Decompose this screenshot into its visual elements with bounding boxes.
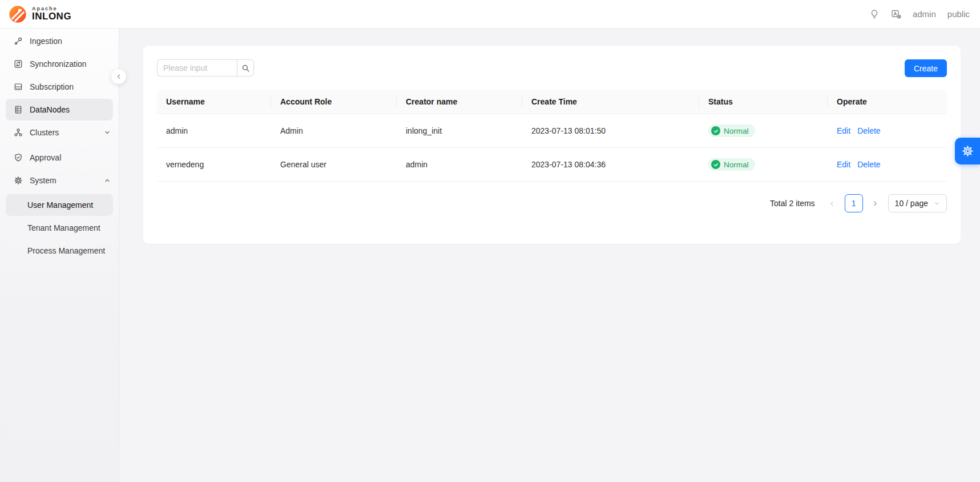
cell-operate: Edit Delete [828,148,947,182]
cell-operate: Edit Delete [828,114,947,148]
check-circle-icon [711,160,720,169]
sidebar-item-datanodes[interactable]: DataNodes [6,99,113,120]
sidebar-item-synchronization[interactable]: Synchronization [0,53,119,75]
inlong-logo[interactable]: Apache INLONG [8,5,71,24]
column-header-creator-name: Creator name [397,90,522,114]
delete-link[interactable]: Delete [857,160,880,169]
sidebar-collapse-button[interactable] [111,69,126,84]
sidebar-item-process-management[interactable]: Process Management [0,239,119,262]
pagination-page-1[interactable]: 1 [845,194,863,212]
create-button[interactable]: Create [905,59,947,77]
sidebar-item-label: Approval [30,153,111,162]
header-actions: admin public [869,9,970,19]
cell-creator-name: admin [397,148,522,182]
sidebar-item-label: User Management [27,200,108,210]
users-table: Username Account Role Creator name Creat… [157,90,947,182]
top-header: Apache INLONG admin public [0,0,980,29]
cell-create-time: 2023-07-13 08:01:50 [522,114,699,148]
column-header-create-time: Create Time [522,90,699,114]
current-tenant[interactable]: public [947,9,970,19]
user-management-card: Create Username Account Role Creator nam… [143,46,961,244]
sidebar-item-label: System [30,176,97,185]
chevron-down-icon [104,129,111,136]
sidebar-item-subscription[interactable]: Subscription [0,75,119,98]
approval-shield-icon [14,153,23,162]
chevron-right-icon [872,200,879,207]
sidebar-item-system[interactable]: System [0,169,119,192]
sidebar-item-user-management[interactable]: User Management [6,194,113,216]
pagination-next-button[interactable] [868,194,884,212]
sidebar-item-ingestion[interactable]: Ingestion [0,30,119,53]
table-row: admin Admin inlong_init 2023-07-13 08:01… [157,114,947,148]
sidebar-item-label: DataNodes [30,105,108,114]
edit-link[interactable]: Edit [837,126,850,135]
datanodes-icon [14,105,23,114]
cell-status: Normal [699,148,828,182]
chevron-down-icon [934,200,940,207]
main-content: Create Username Account Role Creator nam… [119,29,980,482]
table-header-row: Username Account Role Creator name Creat… [157,90,947,114]
check-circle-icon [711,126,720,135]
cell-account-role: Admin [271,114,397,148]
cell-account-role: General user [271,148,397,182]
pagination: Total 2 items 1 10 / page [157,194,947,212]
chevron-left-icon [828,200,836,207]
chevron-left-icon [115,73,122,80]
column-header-username: Username [157,90,271,114]
sidebar-item-label: Ingestion [30,37,111,46]
logo-inlong-text: INLONG [32,11,71,22]
cell-username: vernedeng [157,148,271,182]
sidebar-item-label: Subscription [30,82,111,91]
subscription-icon [14,82,23,91]
sidebar-item-label: Tenant Management [27,223,111,232]
chevron-up-icon [104,177,111,184]
page-size-value: 10 / page [895,199,928,208]
cell-status: Normal [699,114,828,148]
inlong-logo-icon [8,5,27,24]
gear-icon [14,176,23,185]
ingestion-icon [14,37,23,46]
pagination-total: Total 2 items [770,199,815,208]
sidebar-item-label: Synchronization [30,59,111,69]
search-group [157,59,254,77]
sidebar-item-tenant-management[interactable]: Tenant Management [0,216,119,239]
column-header-operate: Operate [828,90,947,114]
cell-creator-name: inlong_init [397,114,522,148]
lightbulb-icon[interactable] [869,9,880,19]
status-badge: Normal [708,158,755,171]
column-header-account-role: Account Role [271,90,397,114]
delete-link[interactable]: Delete [857,126,880,135]
search-button[interactable] [237,59,254,77]
system-submenu: User Management Tenant Management Proces… [0,194,119,262]
sidebar: Ingestion Synchronization Subscription [0,29,119,482]
search-input[interactable] [157,59,237,77]
status-label: Normal [724,127,749,135]
cell-username: admin [157,114,271,148]
sidebar-item-label: Process Management [27,246,111,255]
edit-link[interactable]: Edit [837,160,850,169]
language-icon[interactable] [891,9,901,19]
clusters-icon [14,128,23,137]
sidebar-item-label: Clusters [30,128,97,137]
gear-icon [962,145,974,157]
column-header-status: Status [699,90,828,114]
status-label: Normal [724,160,749,169]
sidebar-item-approval[interactable]: Approval [0,146,119,169]
page-size-select[interactable]: 10 / page [888,194,947,212]
table-row: vernedeng General user admin 2023-07-13 … [157,148,947,182]
synchronization-icon [14,59,23,69]
current-user[interactable]: admin [913,9,936,19]
search-icon [241,64,250,73]
floating-settings-button[interactable] [955,138,980,164]
sidebar-item-clusters[interactable]: Clusters [0,121,119,144]
status-badge: Normal [708,124,755,137]
pagination-prev-button[interactable] [824,194,840,212]
cell-create-time: 2023-07-13 08:04:36 [522,148,699,182]
toolbar: Create [157,59,947,77]
